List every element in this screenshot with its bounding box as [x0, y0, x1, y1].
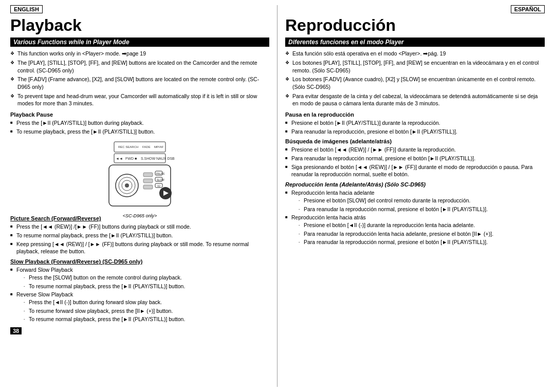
svg-text:FADE: FADE: [142, 145, 151, 148]
playback-pause-title: Playback Pause: [10, 111, 269, 118]
intro-item: The [F.ADV] (Frame advance), [X2], and […: [10, 76, 269, 90]
bullet-item: Press the [◄◄ (REW)] /[►► (FF)] buttons …: [10, 223, 269, 231]
page-number: 38: [10, 327, 22, 334]
svg-rect-24: [143, 179, 153, 183]
picture-search-list: Press the [◄◄ (REW)] /[►► (FF)] buttons …: [10, 223, 269, 255]
repro-adelante-dash-list: Presione el botón [SLOW] del control rem…: [299, 197, 545, 213]
intro-item: Para evitar desgaste de la cinta y del c…: [285, 92, 545, 107]
svg-text:FWD: FWD: [125, 157, 134, 160]
dash-item: Press the [SLOW] button on the remote co…: [24, 274, 269, 282]
pausa-title: Pausa en la reproducción: [285, 111, 545, 118]
bullet-item: Para reanudar la reproducción normal, pr…: [285, 155, 545, 162]
bullet-item: Reproducción lenta hacia atrás Presione …: [285, 214, 545, 246]
camcorder-diagram: REC SEARCH FADE MP/AF ◄◄ FWD ■ S.SHOW NA…: [99, 139, 181, 211]
intro-item: The [PLAY], [STILL], [STOP], [FF], and […: [10, 59, 269, 74]
repro-atras-dash-list: Presione el botón [◄II (-)] durante la r…: [299, 221, 545, 246]
language-badge-english: ENGLISH: [10, 5, 43, 13]
svg-text:■: ■: [135, 157, 137, 160]
slow-playback-title: Slow Playback (Forward/Reverse) (SC-D965…: [10, 258, 269, 265]
page: ENGLISH Playback Various Functions while…: [0, 0, 555, 392]
bullet-item: Keep pressing [◄◄ (REW)] / [►► (FF)] but…: [10, 240, 269, 255]
bullet-item: Siga presionando el botón [◄◄ (REW)] / […: [285, 163, 545, 178]
dash-item: Para reanudar la reproducción normal, pr…: [299, 206, 545, 213]
dash-item: Press the [◄II (-)] button during forwar…: [24, 298, 269, 306]
svg-text:◄◄: ◄◄: [116, 157, 123, 160]
intro-item: Esta función sólo está operativa en el m…: [285, 50, 545, 58]
busqueda-list: Presione el botón [◄◄ (REW)] / [►► (FF)]…: [285, 146, 545, 178]
slow-forward-dash-list: Press the [SLOW] button on the remote co…: [24, 274, 269, 290]
intro-list-espanol: Esta función sólo está operativa en el m…: [285, 50, 545, 107]
section-header-espanol: Diferentes funciones en el modo Player: [285, 38, 545, 47]
dash-item: Para reanudar la reproducción normal, pr…: [299, 238, 545, 246]
dash-item: Presione el botón [SLOW] del control rem…: [299, 197, 545, 204]
main-content: ENGLISH Playback Various Functions while…: [0, 0, 555, 392]
left-column: ENGLISH Playback Various Functions while…: [10, 5, 278, 387]
intro-item: Los botones [PLAY], [STILL], [STOP], [FF…: [285, 59, 545, 74]
slow-reverse-label: Reverse Slow Playback: [16, 291, 73, 297]
dash-item: Presione el botón [◄II (-)] durante la r…: [299, 221, 545, 229]
bullet-item: Presione el botón [►II (PLAY/STILL)] dur…: [285, 119, 545, 127]
sc-label: <SC-D965 only>: [99, 213, 181, 218]
repro-atras-label: Reproducción lenta hacia atrás: [291, 214, 366, 220]
svg-text:NAUX DSB: NAUX DSB: [156, 157, 175, 160]
repro-adelante-label: Reproducción lenta hacia adelante: [291, 190, 375, 196]
busqueda-title: Búsqueda de imágenes (adelante/atrás): [285, 138, 545, 144]
bullet-item: To resume normal playback, press the [►I…: [10, 232, 269, 239]
svg-rect-23: [143, 173, 153, 177]
bullet-item: Para reanudar la reproducción, presione …: [285, 128, 545, 136]
svg-text:MP/AF: MP/AF: [154, 145, 164, 148]
dash-item: To resume normal playback, press the [►I…: [24, 283, 269, 290]
intro-item: Los botones [F.ADV] (Avance cuadro), [X2…: [285, 76, 545, 90]
section-header-english: Various Functions while in Player Mode: [10, 38, 269, 47]
svg-text:REC SEARCH: REC SEARCH: [118, 145, 138, 148]
camcorder-diagram-area: REC SEARCH FADE MP/AF ◄◄ FWD ■ S.SHOW NA…: [10, 139, 269, 211]
svg-rect-25: [143, 185, 153, 189]
pausa-list: Presione el botón [►II (PLAY/STILL)] dur…: [285, 119, 545, 135]
bullet-item: Press the [►II (PLAY/STILL)] button duri…: [10, 119, 269, 127]
bullet-item: To resume playback, press the [►II (PLAY…: [10, 128, 269, 136]
page-title-espanol: Reproducción: [285, 16, 545, 34]
slow-reverse-dash-list: Press the [◄II (-)] button during forwar…: [24, 298, 269, 323]
svg-text:PAUSE: PAUSE: [156, 172, 165, 175]
svg-text:S.SHOW: S.SHOW: [141, 157, 156, 160]
repro-lenta-list: Reproducción lenta hacia adelante Presio…: [285, 189, 545, 246]
bullet-item: Forward Slow Playback Press the [SLOW] b…: [10, 266, 269, 290]
svg-text:SLOW: SLOW: [157, 178, 164, 181]
dash-item: To resume forward slow playback, press t…: [24, 307, 269, 315]
slow-forward-label: Forward Slow Playback: [16, 267, 73, 273]
playback-pause-list: Press the [►II (PLAY/STILL)] button duri…: [10, 119, 269, 135]
svg-text:X2: X2: [157, 184, 160, 188]
page-number-area: 38: [10, 327, 269, 334]
page-title-english: Playback: [10, 16, 269, 34]
right-column: ESPAÑOL Reproducción Diferentes funcione…: [278, 5, 545, 387]
language-badge-espanol: ESPAÑOL: [511, 5, 545, 13]
intro-item: To prevent tape and head-drum wear, your…: [10, 92, 269, 107]
dash-item: Para reanudar la reproducción lenta haci…: [299, 230, 545, 238]
slow-playback-list: Forward Slow Playback Press the [SLOW] b…: [10, 266, 269, 323]
svg-point-14: [125, 183, 129, 188]
intro-item: This function works only in <Player> mod…: [10, 50, 269, 58]
camcorder-svg: REC SEARCH FADE MP/AF ◄◄ FWD ■ S.SHOW NA…: [99, 139, 181, 211]
repro-lenta-title: Reproducción lenta (Adelante/Atrás) (Sól…: [285, 181, 545, 188]
bullet-item: Reverse Slow Playback Press the [◄II (-)…: [10, 291, 269, 323]
bullet-item: Presione el botón [◄◄ (REW)] / [►► (FF)]…: [285, 146, 545, 154]
bullet-item: Reproducción lenta hacia adelante Presio…: [285, 189, 545, 213]
intro-list-english: This function works only in <Player> mod…: [10, 50, 269, 107]
dash-item: To resume normal playback, press the [►I…: [24, 315, 269, 323]
